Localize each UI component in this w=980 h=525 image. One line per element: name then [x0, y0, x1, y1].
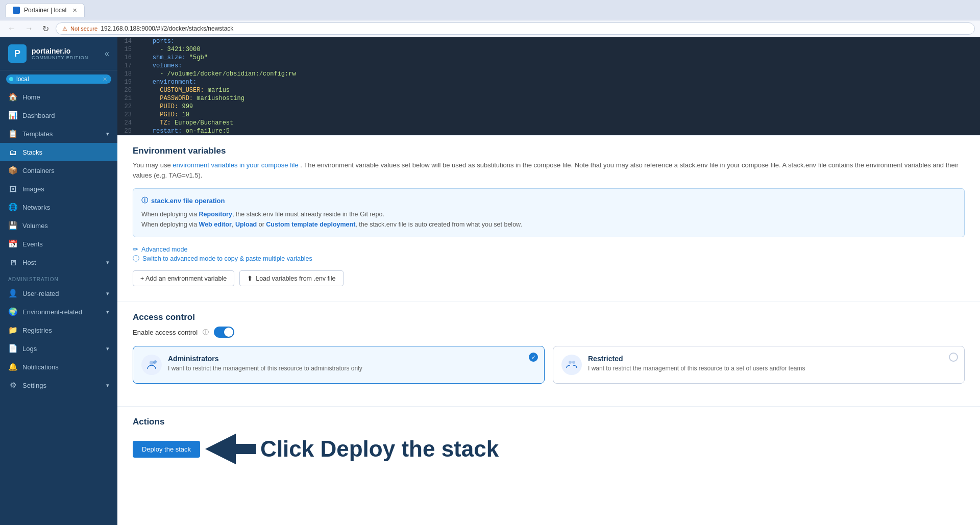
- svg-point-2: [572, 361, 575, 364]
- code-line-24: 24 TZ: Europe/Bucharest: [117, 119, 980, 127]
- line-num-24: 24: [117, 119, 138, 127]
- sidebar-item-host-label: Host: [22, 259, 101, 266]
- line-code-14: ports:: [138, 38, 175, 45]
- address-bar[interactable]: ⚠ Not secure 192.168.0.188:9000/#!/2/doc…: [56, 22, 975, 35]
- sidebar-item-templates[interactable]: 📋 Templates ▾: [0, 124, 117, 143]
- access-card-restricted[interactable]: Restricted I want to restrict the manage…: [553, 346, 965, 384]
- code-line-25: 25 restart: on-failure:5: [117, 127, 980, 135]
- sidebar-item-settings[interactable]: ⚙ Settings ▾: [0, 376, 117, 394]
- info-box-title: ⓘ stack.env file operation: [141, 196, 956, 205]
- forward-button[interactable]: →: [22, 23, 36, 34]
- sidebar-item-networks-label: Networks: [22, 204, 109, 211]
- edit-icon: ✏: [133, 245, 138, 253]
- env-desc-pre: You may use: [133, 161, 171, 169]
- active-tab[interactable]: Portainer | local ✕: [5, 3, 85, 17]
- actions-title: Actions: [133, 417, 965, 427]
- sidebar-item-images-label: Images: [22, 185, 109, 193]
- not-secure-label: Not secure: [70, 26, 97, 32]
- sidebar-item-host[interactable]: 🖥 Host ▾: [0, 253, 117, 271]
- environment-related-expand-icon: ▾: [106, 309, 109, 315]
- sidebar-item-settings-label: Settings: [22, 382, 101, 389]
- administrators-icon: [141, 355, 162, 375]
- access-card-restricted-radio[interactable]: [949, 353, 958, 362]
- line-code-23: PGID: 10: [138, 111, 189, 118]
- nav-bar: ← → ↻ ⚠ Not secure 192.168.0.188:9000/#!…: [0, 20, 980, 37]
- access-card-administrators[interactable]: Administrators I want to restrict the ma…: [133, 346, 545, 384]
- info-box-body: When deploying via Repository, the stack…: [141, 209, 956, 230]
- sidebar-item-dashboard-label: Dashboard: [22, 112, 109, 119]
- networks-icon: 🌐: [8, 203, 17, 212]
- sidebar-item-volumes[interactable]: 💾 Volumes: [0, 216, 117, 235]
- info-repository-bold: Repository: [199, 211, 232, 218]
- enable-access-control-toggle[interactable]: [214, 327, 234, 338]
- sidebar-item-home[interactable]: 🏠 Home: [0, 88, 117, 106]
- admin-section-label: Administration: [0, 271, 117, 284]
- add-env-variable-button[interactable]: + Add an environment variable: [133, 270, 234, 286]
- sidebar-item-events[interactable]: 📅 Events: [0, 235, 117, 253]
- sidebar-item-stacks-label: Stacks: [22, 148, 109, 156]
- restricted-icon: [561, 355, 582, 375]
- tab-close-button[interactable]: ✕: [72, 7, 77, 14]
- env-badge[interactable]: local ✕: [6, 74, 111, 84]
- env-close-button[interactable]: ✕: [103, 76, 107, 83]
- tab-title: Portainer | local: [24, 7, 66, 14]
- sidebar-item-user-related[interactable]: 👤 User-related ▾: [0, 284, 117, 303]
- line-num-23: 23: [117, 111, 138, 118]
- sidebar-item-logs-label: Logs: [22, 345, 101, 353]
- info-sep2: or: [257, 221, 266, 228]
- sidebar-item-volumes-label: Volumes: [22, 222, 109, 230]
- upload-icon: ⬆: [247, 274, 253, 282]
- sidebar-item-registries[interactable]: 📁 Registries: [0, 321, 117, 339]
- images-icon: 🖼: [8, 184, 17, 193]
- back-button[interactable]: ←: [5, 23, 18, 34]
- info-line1-pre: When deploying via: [141, 211, 199, 218]
- advanced-mode-section: ✏ Advanced mode ⓘ Switch to advanced mod…: [133, 245, 965, 263]
- sidebar-item-dashboard[interactable]: 📊 Dashboard: [0, 106, 117, 124]
- sidebar-item-environment-related[interactable]: 🌍 Environment-related ▾: [0, 303, 117, 321]
- dashboard-icon: 📊: [8, 111, 17, 120]
- templates-icon: 📋: [8, 129, 17, 138]
- notifications-icon: 🔔: [8, 362, 17, 371]
- access-card-restricted-content: Restricted I want to restrict the manage…: [588, 355, 805, 372]
- settings-icon: ⚙: [8, 381, 17, 390]
- sidebar-item-images[interactable]: 🖼 Images: [0, 180, 117, 198]
- access-control-title: Access control: [133, 312, 965, 322]
- sidebar-item-home-label: Home: [22, 93, 109, 101]
- info-hint-icon: ⓘ: [133, 254, 139, 263]
- deploy-stack-button[interactable]: Deploy the stack: [133, 441, 200, 458]
- reload-button[interactable]: ↻: [40, 23, 52, 35]
- advanced-mode-link[interactable]: ✏ Advanced mode: [133, 245, 965, 253]
- info-line2-pre: When deploying via: [141, 221, 199, 228]
- click-deploy-arrow: Click Deploy the stack: [205, 431, 499, 467]
- deploy-wrapper: Deploy the stack Click Deploy the stack: [133, 431, 965, 467]
- sidebar-item-stacks[interactable]: 🗂 Stacks: [0, 143, 117, 161]
- code-line-14: 14 ports:: [117, 37, 980, 45]
- env-variables-link[interactable]: environment variables in your compose fi…: [173, 161, 298, 169]
- line-code-20: CUSTOM_USER: marius: [138, 87, 230, 94]
- sidebar-collapse-button[interactable]: «: [105, 49, 109, 58]
- logo-name: portainer.io: [32, 47, 88, 55]
- access-control-info-icon: ⓘ: [203, 328, 209, 337]
- load-env-file-button[interactable]: ⬆ Load variables from .env file: [239, 270, 343, 286]
- advanced-hint-link: ⓘ Switch to advanced mode to copy & past…: [133, 254, 965, 263]
- line-code-19: environment:: [138, 79, 197, 86]
- code-line-23: 23 PGID: 10: [117, 111, 980, 119]
- tab-favicon: [13, 7, 20, 14]
- sidebar-item-containers[interactable]: 📦 Containers: [0, 161, 117, 180]
- access-card-admin-radio[interactable]: [529, 353, 538, 362]
- sidebar-item-networks[interactable]: 🌐 Networks: [0, 198, 117, 216]
- logo-icon: P: [8, 44, 27, 63]
- line-num-17: 17: [117, 62, 138, 69]
- user-related-expand-icon: ▾: [106, 290, 109, 297]
- arrow-left-graphic: [205, 431, 256, 467]
- sidebar-item-environment-related-label: Environment-related: [22, 308, 101, 316]
- code-line-18: 18 - /volume1/docker/obsidian:/config:rw: [117, 70, 980, 78]
- line-num-22: 22: [117, 103, 138, 110]
- logo-edition: COMMUNITY EDITION: [32, 55, 88, 60]
- sidebar-item-logs[interactable]: 📄 Logs ▾: [0, 339, 117, 358]
- sidebar-logo: P portainer.io COMMUNITY EDITION «: [0, 37, 117, 70]
- sidebar-item-notifications[interactable]: 🔔 Notifications: [0, 358, 117, 376]
- toggle-row: Enable access control ⓘ: [133, 327, 965, 338]
- line-num-18: 18: [117, 70, 138, 78]
- app: P portainer.io COMMUNITY EDITION « local…: [0, 37, 980, 525]
